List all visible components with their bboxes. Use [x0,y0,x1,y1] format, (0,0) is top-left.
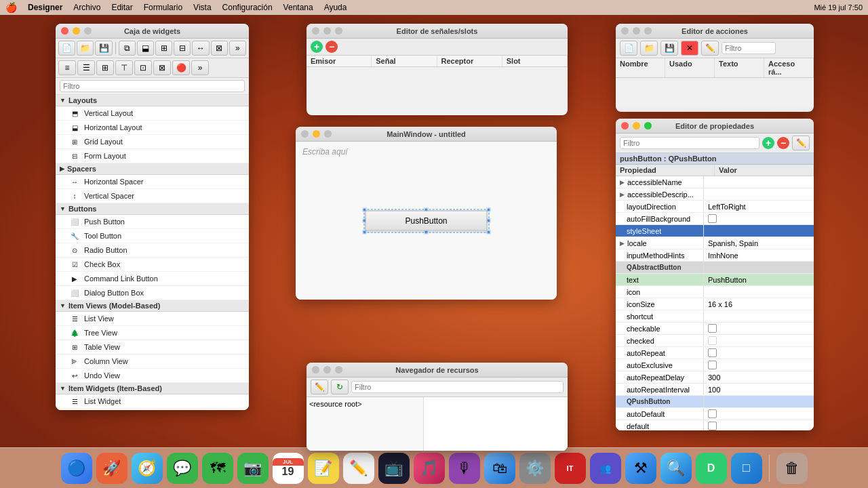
tb2-btn2[interactable]: ☰ [77,60,95,75]
minimize-button[interactable] [323,366,331,373]
filter-input[interactable] [60,80,245,92]
widget-item-tree-widget[interactable]: 🌲 Tree Widget [56,409,249,410]
minimize-button[interactable] [323,27,331,35]
actions-delete-btn[interactable]: ✕ [681,41,698,56]
prop-value[interactable]: Spanish, Spain [704,237,814,249]
section-item-views[interactable]: ▼ Item Views (Model-Based) [56,300,249,312]
prop-checkbox[interactable] [708,361,717,369]
menu-designer[interactable]: Designer [28,3,62,12]
actions-edit-btn[interactable]: ✏️ [701,41,719,56]
actions-open-btn[interactable]: 📁 [640,41,658,56]
widget-item-push-button[interactable]: ⬜ Push Button [56,215,249,229]
prop-row[interactable]: iconSize16 x 16 [616,298,814,310]
tb2-btn4[interactable]: ⊤ [115,60,133,75]
remove-signal-button[interactable]: − [326,41,338,53]
widget-item-tool-button[interactable]: 🔧 Tool Button [56,229,249,243]
push-button-widget[interactable]: PushButton [366,211,488,231]
widget-item-column-view[interactable]: ⫸ Column View [56,354,249,369]
tb-copy-btn[interactable]: ⧉ [119,41,136,56]
menu-archivo[interactable]: Archivo [73,3,100,12]
maximize-button[interactable] [335,366,342,373]
maximize-button[interactable] [335,27,342,35]
close-button[interactable] [312,366,319,373]
tb2-btn5[interactable]: ⊡ [134,60,152,75]
prop-row[interactable]: autoRepeat [616,347,814,359]
minimize-button[interactable] [633,122,640,129]
prop-row[interactable]: layoutDirectionLeftToRight [616,201,814,213]
tb2-btn7[interactable]: 🔴 [172,60,190,75]
tb-paste-btn[interactable]: ⬓ [137,41,154,56]
res-refresh-btn[interactable]: ↻ [331,380,349,394]
widget-item-undo-view[interactable]: ↩ Undo View [56,369,249,383]
tb-align-btn[interactable]: ⊟ [174,41,191,56]
menu-ventana[interactable]: Ventana [283,3,313,12]
prop-value[interactable]: 100 [704,384,814,395]
tb-save-btn[interactable]: 💾 [95,41,112,56]
tb2-more[interactable]: » [191,60,209,75]
menu-ayuda[interactable]: Ayuda [324,3,347,12]
tb-open-btn[interactable]: 📁 [77,41,94,56]
tb-spacer-btn[interactable]: ↔ [192,41,209,56]
section-layouts[interactable]: ▼ Layouts [56,95,249,106]
maximize-button[interactable] [84,27,92,35]
widget-item-radio-button[interactable]: ⊙ Radio Button [56,243,249,258]
tb2-btn3[interactable]: ⊞ [96,60,114,75]
widget-item-grid-layout[interactable]: ⊞ Grid Layout [56,135,249,149]
widget-item-horizontal-layout[interactable]: ⬓ Horizontal Layout [56,121,249,135]
maximize-button[interactable] [644,122,652,129]
prop-value[interactable]: 300 [704,371,814,383]
widget-item-form-layout[interactable]: ⊟ Form Layout [56,149,249,163]
actions-new-btn[interactable]: 📄 [620,41,637,56]
prop-add-button[interactable]: + [762,137,774,149]
prop-row[interactable]: icon [616,286,814,298]
actions-save-btn[interactable]: 💾 [660,41,678,56]
prop-row[interactable]: checked [616,335,814,347]
close-button[interactable] [312,27,319,35]
prop-checkbox[interactable] [708,409,717,418]
prop-more-button[interactable]: ✏️ [792,136,810,150]
maximize-button[interactable] [324,130,332,138]
prop-row[interactable]: QAbstractButton [616,262,814,274]
menu-configuracion[interactable]: Configuración [222,3,273,12]
prop-row[interactable]: ▶ accessibleName [616,176,814,188]
widget-item-vspacer[interactable]: ↕ Vertical Spacer [56,189,249,203]
prop-row[interactable]: autoRepeatInterval100 [616,384,814,396]
prop-value[interactable] [704,310,814,322]
widget-item-tree-view[interactable]: 🌲 Tree View [56,326,249,340]
prop-row[interactable]: inputMethodHintsImhNone [616,249,814,262]
prop-row[interactable]: styleSheet [616,225,814,237]
menu-vista[interactable]: Vista [193,3,211,12]
prop-row[interactable]: autoDefault [616,408,814,420]
main-editor-canvas[interactable]: Escriba aquí PushButton [296,142,557,300]
prop-value[interactable] [704,225,814,237]
prop-value[interactable]: ImhNone [704,249,814,261]
section-spacers[interactable]: ▶ Spacers [56,163,249,175]
prop-value[interactable] [704,286,814,298]
add-signal-button[interactable]: + [311,41,323,53]
maximize-button[interactable] [644,27,652,35]
prop-checkbox[interactable] [708,214,717,223]
prop-row[interactable]: QPushButton [616,396,814,408]
prop-checkbox[interactable] [708,336,717,345]
close-button[interactable] [621,122,629,129]
prop-row[interactable]: checkable [616,323,814,335]
actions-filter[interactable] [722,42,776,54]
tb-file-btn[interactable]: 📄 [58,41,75,56]
widget-item-vertical-layout[interactable]: ⬒ Vertical Layout [56,106,249,121]
prop-value[interactable] [704,188,814,200]
section-buttons[interactable]: ▼ Buttons [56,203,249,215]
tb2-btn1[interactable]: ≡ [58,60,76,75]
widget-item-list-view[interactable]: ☰ List View [56,312,249,326]
prop-filter-input[interactable] [620,137,760,149]
prop-row[interactable]: ▶localeSpanish, Spain [616,237,814,249]
prop-row[interactable]: default [616,420,814,430]
close-button[interactable] [301,130,309,138]
tb2-btn6[interactable]: ⊠ [153,60,171,75]
prop-row[interactable]: textPushButton [616,274,814,286]
res-filter[interactable] [351,381,564,393]
res-edit-btn[interactable]: ✏️ [311,380,328,394]
prop-checkbox[interactable] [708,324,717,333]
prop-checkbox[interactable] [708,348,717,357]
prop-checkbox[interactable] [708,422,717,430]
prop-row[interactable]: autoFillBackground [616,213,814,225]
